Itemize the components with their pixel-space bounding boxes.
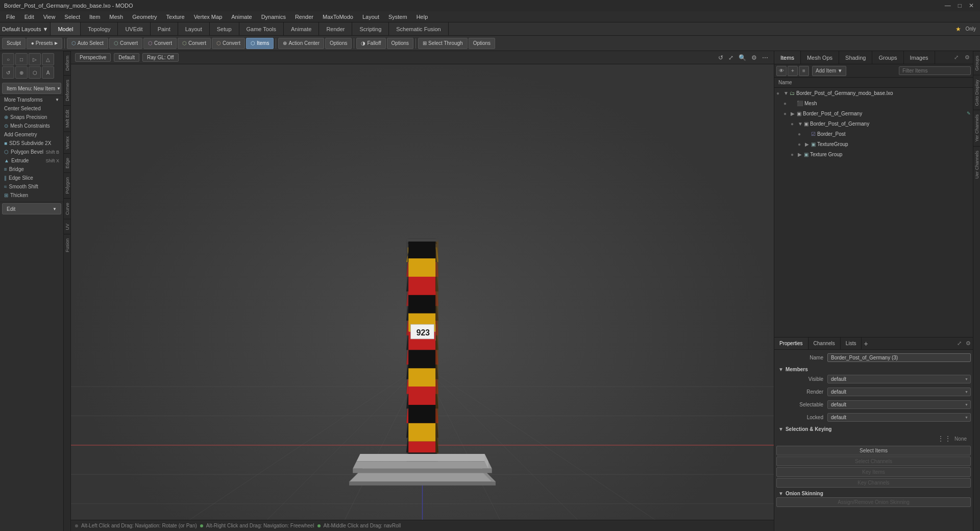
action-center-button[interactable]: ⊕ Action Center [278, 38, 324, 49]
center-selected-item[interactable]: Center Selected [0, 104, 63, 113]
name-input[interactable] [827, 353, 971, 362]
tab-game-tools[interactable]: Game Tools [239, 22, 284, 35]
convert-1-button[interactable]: ⬡ Convert [109, 38, 142, 49]
close-button[interactable]: ✕ [967, 2, 976, 9]
select-items-button[interactable]: Select Items [776, 446, 971, 455]
tree-row-tg1[interactable]: ● ▶ ▣ TextureGroup [774, 139, 973, 149]
vert-tab-vertex[interactable]: Vertex [64, 132, 70, 154]
sculpt-button[interactable]: Sculpt [2, 38, 26, 49]
locked-select[interactable]: default [827, 413, 971, 422]
ray-gl-label[interactable]: Ray GL: Off [142, 53, 179, 62]
menu-maxtomodo[interactable]: MaxToModo [318, 13, 357, 21]
presets-button[interactable]: ● Presets ▶ [27, 38, 62, 49]
prop-tab-lists[interactable]: Lists [841, 337, 862, 349]
minimize-button[interactable]: — [943, 2, 953, 9]
window-controls[interactable]: — □ ✕ [943, 2, 976, 9]
vert-tab-yer-channels[interactable]: Yer Channels [973, 110, 980, 146]
vert-tab-curve[interactable]: Curve [64, 198, 70, 219]
tool-icon-2[interactable]: □ [15, 53, 28, 65]
tree-expand-root[interactable]: ▼ [783, 90, 790, 96]
edge-slice-item[interactable]: ∥ Edge Slice [0, 174, 63, 182]
vp-refresh-icon[interactable]: ↺ [717, 54, 725, 61]
bridge-item[interactable]: ≡ Bridge [0, 165, 63, 174]
maximize-button[interactable]: □ [956, 2, 964, 9]
tree-expand-tg1[interactable]: ▶ [805, 141, 811, 147]
vert-tab-uer-channels[interactable]: Uer Channels [973, 146, 980, 183]
tool-icon-7[interactable]: ⬡ [29, 66, 41, 79]
polygon-bevel-item[interactable]: ⬡ Polygon Bevel Shift B [0, 148, 63, 156]
key-channels-button[interactable]: Key Channels [776, 478, 971, 488]
tab-setup[interactable]: Setup [210, 22, 239, 35]
menu-geometry[interactable]: Geometry [128, 13, 161, 21]
tab-animate[interactable]: Animate [284, 22, 319, 35]
3d-viewport[interactable]: 923 [71, 64, 774, 520]
tree-row-bp[interactable]: ● ☑ Border_Post [774, 129, 973, 139]
selection-keying-section[interactable]: ▼ Selection & Keying [776, 424, 971, 433]
add-geometry-item[interactable]: Add Geometry [0, 130, 63, 139]
menu-system[interactable]: System [384, 13, 411, 21]
vert-tab-uv[interactable]: UV [64, 219, 70, 234]
menu-layout[interactable]: Layout [358, 13, 383, 21]
menu-file[interactable]: File [2, 13, 19, 21]
selectable-select[interactable]: default [827, 400, 971, 409]
tool-icon-6[interactable]: ⊕ [15, 66, 28, 79]
tool-icon-3[interactable]: ▷ [29, 53, 41, 65]
default-label[interactable]: Default [114, 53, 139, 62]
prop-tab-properties[interactable]: Properties [774, 337, 808, 349]
tool-icon-1[interactable]: ○ [2, 53, 14, 65]
vert-tab-edge[interactable]: Edge [64, 153, 70, 173]
menu-mesh[interactable]: Mesh [105, 13, 127, 21]
rp-settings-icon[interactable]: ⚙ [962, 51, 973, 64]
rp-tab-shading[interactable]: Shading [839, 51, 872, 64]
rp-tab-items[interactable]: Items [774, 51, 801, 64]
rp-tab-groups[interactable]: Groups [872, 51, 903, 64]
vert-tab-polygon[interactable]: Polygon [64, 173, 70, 198]
rp-tab-images[interactable]: Images [904, 51, 935, 64]
vert-tab-goto-display[interactable]: Goto Display [973, 75, 980, 110]
tab-paint[interactable]: Paint [151, 22, 178, 35]
prop-tab-plus[interactable]: + [862, 337, 870, 349]
tree-row-mesh[interactable]: ● ⬛ Mesh [774, 98, 973, 108]
vp-search-icon[interactable]: 🔍 [737, 54, 748, 61]
rp-expand-icon[interactable]: ⤢ [951, 51, 962, 64]
tab-model[interactable]: Model [51, 22, 81, 35]
rp-eye-icon[interactable]: 👁 [776, 66, 787, 76]
convert-4-button[interactable]: ⬡ Convert [212, 38, 245, 49]
vp-settings-icon[interactable]: ⚙ [750, 54, 758, 61]
tool-icon-8[interactable]: A [42, 66, 54, 79]
smooth-shift-item[interactable]: ≈ Smooth Shift [0, 182, 63, 191]
perspective-label[interactable]: Perspective [75, 53, 111, 62]
tab-schematic-fusion[interactable]: Schematic Fusion [389, 22, 448, 35]
menu-view[interactable]: View [39, 13, 60, 21]
prop-tab-channels[interactable]: Channels [808, 337, 841, 349]
tree-expand-bpg2[interactable]: ▼ [798, 121, 804, 127]
tree-row-root[interactable]: ● ▼ 🗂 Border_Post_of_Germany_modo_base.l… [774, 88, 973, 98]
vp-expand-icon[interactable]: ⤢ [727, 54, 735, 61]
edit-dropdown[interactable]: Edit ▼ [2, 203, 61, 214]
convert-2-button[interactable]: ⬡ Convert [143, 38, 177, 49]
tree-row-bpg2[interactable]: ● ▼ ▣ Border_Post_of_Germany [774, 118, 973, 129]
more-transforms-item[interactable]: More Transforms ▼ [0, 95, 63, 104]
tree-row-tg2[interactable]: ● ▶ ▣ Texture Group [774, 149, 973, 159]
items-button[interactable]: ⬡ Items [246, 38, 274, 49]
vp-more-icon[interactable]: ⋯ [761, 54, 770, 61]
assign-remove-onion-button[interactable]: Assign/Remove Onion Skinning [776, 497, 971, 507]
filter-items-input[interactable] [899, 66, 971, 75]
vert-tab-deform[interactable]: Deform [64, 51, 70, 75]
options-3-button[interactable]: Options [469, 38, 495, 49]
options-2-button[interactable]: Options [387, 38, 413, 49]
members-section[interactable]: ▼ Members [776, 365, 971, 373]
item-menu-dropdown[interactable]: Item Menu: New Item ▼ [2, 83, 61, 94]
tab-layout[interactable]: Layout [178, 22, 210, 35]
default-layouts-dropdown[interactable]: Default Layouts ▼ [2, 26, 48, 32]
tab-uvedit[interactable]: UVEdit [118, 22, 150, 35]
snaps-precision-item[interactable]: ⊕ Snaps Precision [0, 113, 63, 122]
rp-hierarchy-icon[interactable]: ≡ [799, 66, 809, 76]
tool-icon-4[interactable]: △ [42, 53, 54, 65]
tree-expand-tg2[interactable]: ▶ [798, 152, 804, 157]
menu-help[interactable]: Help [412, 13, 432, 21]
rp-lock-icon[interactable]: + [788, 66, 798, 76]
tree-row-bpg1[interactable]: ● ▶ ▣ Border_Post_of_Germany ✎ [774, 108, 973, 118]
prop-expand-icon[interactable]: ⤢ [955, 337, 964, 349]
menu-render[interactable]: Render [291, 13, 317, 21]
